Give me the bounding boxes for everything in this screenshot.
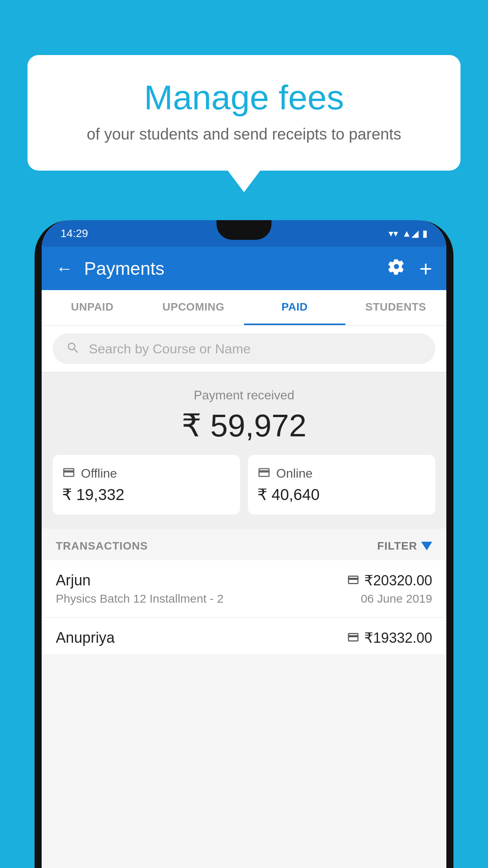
table-row[interactable]: Anupriya ₹19332.00	[42, 618, 446, 654]
transactions-label: TRANSACTIONS	[56, 540, 148, 552]
payment-received-label: Payment received	[53, 388, 435, 403]
search-input[interactable]: Search by Course or Name	[89, 341, 251, 357]
filter-button[interactable]: FILTER	[377, 540, 432, 552]
search-icon	[66, 341, 80, 357]
payment-received-amount: ₹ 59,972	[53, 407, 435, 444]
payment-type-icon	[347, 574, 360, 588]
signal-icon: ▲◢	[402, 228, 418, 239]
payment-received-section: Payment received ₹ 59,972 Offline ₹ 1	[42, 372, 446, 529]
online-amount: ₹ 40,640	[257, 485, 426, 504]
offline-label: Offline	[81, 466, 117, 481]
tab-unpaid[interactable]: UNPAID	[42, 290, 143, 325]
search-box[interactable]: Search by Course or Name	[53, 333, 435, 364]
offline-card: Offline ₹ 19,332	[53, 455, 240, 515]
speech-bubble: Manage fees of your students and send re…	[28, 55, 460, 171]
payment-type-icon	[347, 631, 360, 645]
app-bar: ← Payments +	[42, 247, 446, 290]
transaction-name: Anupriya	[56, 629, 115, 646]
transaction-date: 06 June 2019	[361, 592, 432, 605]
tab-upcoming[interactable]: UPCOMING	[143, 290, 244, 325]
notch	[216, 220, 272, 240]
status-time: 14:29	[61, 227, 88, 240]
battery-icon: ▮	[422, 228, 427, 239]
online-label: Online	[276, 466, 313, 481]
add-button[interactable]: +	[419, 256, 432, 281]
offline-icon	[62, 466, 75, 481]
transaction-amount: ₹19332.00	[364, 630, 432, 646]
wifi-icon: ▾▾	[389, 228, 398, 239]
bubble-subtitle: of your students and send receipts to pa…	[59, 125, 429, 143]
table-row[interactable]: Arjun ₹20320.00 Physics Batch 12 Install…	[42, 560, 446, 618]
back-button[interactable]: ←	[56, 259, 73, 278]
settings-button[interactable]	[388, 258, 405, 279]
transaction-name: Arjun	[56, 572, 91, 589]
app-title: Payments	[84, 258, 377, 279]
status-icons: ▾▾ ▲◢ ▮	[389, 228, 427, 239]
phone-frame: 14:29 ▾▾ ▲◢ ▮ ← Payments +	[35, 220, 453, 868]
transaction-amount: ₹20320.00	[364, 572, 432, 589]
online-card: Online ₹ 40,640	[248, 455, 435, 515]
filter-icon	[421, 542, 432, 550]
search-container: Search by Course or Name	[42, 326, 446, 372]
offline-amount: ₹ 19,332	[62, 485, 231, 504]
filter-label: FILTER	[377, 540, 417, 552]
payment-cards: Offline ₹ 19,332 Online	[53, 455, 435, 515]
tab-students[interactable]: STUDENTS	[345, 290, 447, 325]
tabs-bar: UNPAID UPCOMING PAID STUDENTS	[42, 290, 446, 326]
online-icon	[257, 466, 271, 481]
transaction-course: Physics Batch 12 Installment - 2	[56, 592, 224, 605]
tab-paid[interactable]: PAID	[244, 290, 345, 325]
transactions-header: TRANSACTIONS FILTER	[42, 529, 446, 560]
bubble-title: Manage fees	[59, 79, 429, 117]
